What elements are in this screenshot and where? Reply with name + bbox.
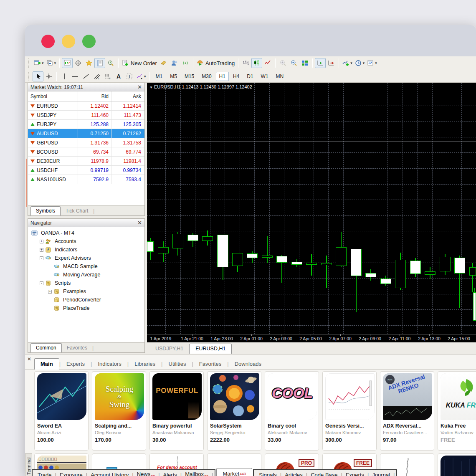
cursor-tool[interactable]: [33, 71, 43, 81]
market-tab-libraries[interactable]: Libraries: [129, 359, 161, 370]
terminal-tab-code-base[interactable]: Code Base: [307, 470, 341, 476]
chart-tab-eurusd-h1[interactable]: EURUSD,H1: [189, 344, 232, 354]
text-tool[interactable]: A: [113, 71, 124, 81]
metaeditor-button[interactable]: [158, 58, 169, 68]
product-author[interactable]: Sergej Sergienko: [210, 430, 258, 435]
timeframe-m30[interactable]: M30: [198, 72, 215, 81]
symbol-row-usdjpy[interactable]: USDJPY111.460111.473: [28, 111, 144, 120]
trendline-tool[interactable]: [81, 71, 91, 81]
terminal-tab-exposure[interactable]: Exposure: [56, 470, 86, 476]
product-author[interactable]: Oleg Borisov: [95, 430, 143, 435]
autotrading-button[interactable]: AutoTrading: [195, 58, 236, 68]
symbol-row-audusd[interactable]: AUDUSD0.712500.71262: [28, 129, 144, 138]
close-icon[interactable]: ✕: [137, 220, 142, 225]
templates-button[interactable]: ▾: [366, 58, 378, 68]
tile-windows-button[interactable]: [299, 58, 310, 68]
timeframe-mn[interactable]: MN: [273, 72, 287, 81]
signals-button[interactable]: [180, 58, 191, 68]
product-author[interactable]: Vadim Bizhanov: [441, 430, 476, 435]
tree-item-macd-sample[interactable]: MACD Sample: [28, 262, 144, 271]
product-author[interactable]: Maksim Khromov: [325, 430, 374, 435]
expand-icon[interactable]: +: [40, 240, 43, 243]
navigator-tab-common[interactable]: Common: [30, 343, 62, 352]
terminal-tab-alerts[interactable]: Alerts: [160, 470, 180, 476]
new-order-button[interactable]: New Order: [121, 58, 158, 68]
symbol-row-usdchf[interactable]: USDCHF0.997190.99734: [28, 166, 144, 175]
product-title[interactable]: Sword EA: [37, 423, 86, 429]
product-title[interactable]: SolarSystem: [210, 423, 258, 429]
product-title[interactable]: Binary cool: [268, 423, 316, 429]
symbol-row-bcousd[interactable]: BCOUSD69.73469.774: [28, 147, 144, 157]
close-icon[interactable]: ✕: [137, 84, 142, 90]
timeframe-w1[interactable]: W1: [258, 72, 272, 81]
crosshair-tool[interactable]: [43, 71, 54, 81]
market-watch-tab-symbols[interactable]: Symbols: [30, 206, 61, 215]
line-chart-button[interactable]: [262, 58, 273, 68]
product-author[interactable]: Fernando Cavaliere...: [383, 430, 431, 435]
product-author[interactable]: Anastasia Makarova: [152, 430, 201, 435]
timeframe-m1[interactable]: M1: [152, 72, 166, 81]
timeframe-m5[interactable]: M5: [167, 72, 180, 81]
market-tab-indicators[interactable]: Indicators: [92, 359, 127, 370]
product-title[interactable]: Scalping and...: [95, 423, 143, 429]
terminal-tab-articles[interactable]: Articles: [281, 470, 306, 476]
tree-item-expert-advisors[interactable]: -Expert Advisors: [28, 254, 144, 262]
close-traffic-light[interactable]: [41, 35, 55, 48]
tree-item-placetrade[interactable]: PlaceTrade: [28, 304, 144, 312]
terminal-side-tab[interactable]: Terminal: [25, 453, 32, 476]
product-title[interactable]: Binary powerful: [152, 423, 201, 429]
product-card[interactable]: Genesis Versi...Maksim Khromov300.00: [322, 371, 377, 451]
product-card[interactable]: [438, 453, 476, 476]
terminal-tab-trade[interactable]: Trade: [34, 470, 55, 476]
terminal-tab-journal[interactable]: Journal: [369, 470, 393, 476]
strategy-tester-toggle[interactable]: [105, 58, 116, 68]
toolbar-grip[interactable]: [28, 72, 30, 81]
terminal-tab-signals[interactable]: Signals: [256, 470, 280, 476]
product-title[interactable]: Genesis Versi...: [325, 423, 374, 429]
data-window-toggle[interactable]: [73, 58, 84, 68]
product-author[interactable]: Akram Azizi: [37, 430, 86, 435]
market-tab-experts[interactable]: Experts: [61, 359, 91, 370]
symbol-row-gbpusd[interactable]: GBPUSD1.317361.31758: [28, 138, 144, 147]
terminal-toggle[interactable]: [94, 58, 105, 68]
periods-button[interactable]: ▾: [354, 58, 366, 68]
terminal-tab-experts[interactable]: Experts: [342, 470, 367, 476]
product-author[interactable]: Aleksandr Makarov: [268, 430, 316, 435]
product-card[interactable]: POWERFULBinary powerfulAnastasia Makarov…: [149, 371, 204, 451]
fibonacci-tool[interactable]: F: [102, 71, 113, 81]
zoom-out-button[interactable]: [289, 58, 299, 68]
navigator-toggle[interactable]: [84, 58, 94, 68]
minimize-traffic-light[interactable]: [62, 35, 75, 48]
product-card[interactable]: Scalping&SwingScalping and...Oleg Boriso…: [92, 371, 146, 451]
bar-chart-button[interactable]: [241, 58, 251, 68]
symbol-row-eurjpy[interactable]: EURJPY125.288125.305: [28, 120, 144, 129]
tree-item-oanda-mt4[interactable]: vsOANDA - MT4: [28, 229, 144, 237]
navigator-titlebar[interactable]: Navigator ✕: [28, 219, 144, 227]
tree-item-examples[interactable]: +Examples: [28, 287, 144, 296]
terminal-tab-news[interactable]: News99: [134, 469, 159, 476]
tree-item-moving-average[interactable]: Moving Average: [28, 271, 144, 279]
market-tab-favorites[interactable]: Favorites: [193, 359, 227, 370]
maximize-traffic-light[interactable]: [82, 35, 96, 48]
expand-icon[interactable]: +: [48, 290, 52, 294]
chats-button[interactable]: [169, 58, 180, 68]
market-watch-tab-tick-chart[interactable]: Tick Chart: [61, 207, 93, 215]
arrows-tool[interactable]: ▾: [135, 71, 147, 81]
tree-item-periodconverter[interactable]: PeriodConverter: [28, 296, 144, 304]
symbol-row-eurusd[interactable]: EURUSD1.124021.12414: [28, 101, 144, 111]
product-card[interactable]: COOLBinary coolAleksandr Makarov33.00: [265, 371, 319, 451]
profiles-button[interactable]: ▾: [45, 58, 58, 68]
product-card[interactable]: ADX ReversalRENKOADXADX Reversal...Ferna…: [380, 371, 434, 451]
zoom-in-button[interactable]: [278, 58, 289, 68]
tree-item-indicators[interactable]: +fIndicators: [28, 246, 144, 254]
market-watch-titlebar[interactable]: Market Watch: 19:07:11 ✕: [28, 83, 144, 91]
tree-item-accounts[interactable]: +Accounts: [28, 237, 144, 246]
label-tool[interactable]: T: [124, 71, 135, 81]
product-title[interactable]: ADX Reversal...: [383, 423, 431, 429]
new-chart-button[interactable]: ▾: [33, 58, 45, 68]
terminal-tab-account-history[interactable]: Account History: [87, 470, 132, 476]
tree-item-scripts[interactable]: -Scripts: [28, 279, 144, 287]
timeframe-m15[interactable]: M15: [181, 72, 197, 81]
terminal-tab-mailbox[interactable]: Mailbox22: [182, 469, 212, 476]
chart-tab-usdjpy-h1[interactable]: USDJPY,H1: [149, 344, 189, 354]
